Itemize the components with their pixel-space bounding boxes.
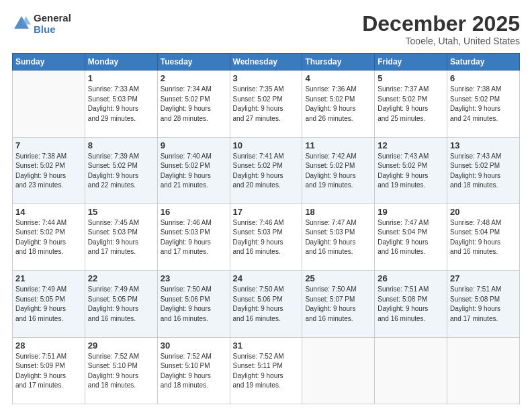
calendar-day-cell: 19Sunrise: 7:47 AMSunset: 5:04 PMDayligh… xyxy=(375,203,447,270)
day-info: Sunrise: 7:52 AMSunset: 5:10 PMDaylight:… xyxy=(161,352,227,391)
calendar-day-cell xyxy=(447,337,520,404)
day-number: 4 xyxy=(305,73,371,83)
day-info: Sunrise: 7:44 AMSunset: 5:02 PMDaylight:… xyxy=(15,218,82,257)
main-title: December 2025 xyxy=(362,12,520,36)
header: General Blue December 2025 Tooele, Utah,… xyxy=(12,12,520,46)
day-number: 13 xyxy=(450,140,517,150)
day-header-sunday: Sunday xyxy=(13,54,85,71)
calendar-day-cell: 24Sunrise: 7:50 AMSunset: 5:06 PMDayligh… xyxy=(230,271,302,337)
day-info: Sunrise: 7:38 AMSunset: 5:02 PMDaylight:… xyxy=(450,85,517,124)
day-info: Sunrise: 7:46 AMSunset: 5:03 PMDaylight:… xyxy=(161,218,227,257)
calendar-day-cell: 23Sunrise: 7:50 AMSunset: 5:06 PMDayligh… xyxy=(157,271,230,337)
day-number: 23 xyxy=(161,273,227,283)
calendar-day-cell: 22Sunrise: 7:49 AMSunset: 5:05 PMDayligh… xyxy=(85,271,157,337)
calendar-day-cell: 20Sunrise: 7:48 AMSunset: 5:04 PMDayligh… xyxy=(447,203,520,270)
day-number: 2 xyxy=(161,73,227,83)
day-info: Sunrise: 7:49 AMSunset: 5:05 PMDaylight:… xyxy=(88,285,154,324)
day-number: 20 xyxy=(450,207,517,217)
day-number: 28 xyxy=(15,340,82,351)
day-number: 19 xyxy=(378,207,444,217)
page: General Blue December 2025 Tooele, Utah,… xyxy=(0,0,532,411)
day-number: 15 xyxy=(88,207,154,217)
day-number: 30 xyxy=(161,340,227,351)
logo-icon xyxy=(12,14,31,33)
day-info: Sunrise: 7:45 AMSunset: 5:03 PMDaylight:… xyxy=(88,218,154,257)
calendar-day-cell: 18Sunrise: 7:47 AMSunset: 5:03 PMDayligh… xyxy=(302,203,375,270)
calendar-week-row: 1Sunrise: 7:33 AMSunset: 5:03 PMDaylight… xyxy=(13,71,520,137)
day-info: Sunrise: 7:42 AMSunset: 5:02 PMDaylight:… xyxy=(305,152,371,191)
calendar-week-row: 7Sunrise: 7:38 AMSunset: 5:02 PMDaylight… xyxy=(13,137,520,203)
calendar-day-cell: 4Sunrise: 7:36 AMSunset: 5:02 PMDaylight… xyxy=(302,71,375,137)
calendar-day-cell: 11Sunrise: 7:42 AMSunset: 5:02 PMDayligh… xyxy=(302,137,375,203)
day-header-friday: Friday xyxy=(375,54,447,71)
day-number: 5 xyxy=(378,73,444,83)
day-number: 25 xyxy=(305,273,371,283)
day-number: 3 xyxy=(233,73,300,83)
calendar-day-cell: 5Sunrise: 7:37 AMSunset: 5:02 PMDaylight… xyxy=(375,71,447,137)
calendar-week-row: 14Sunrise: 7:44 AMSunset: 5:02 PMDayligh… xyxy=(13,203,520,270)
day-info: Sunrise: 7:50 AMSunset: 5:07 PMDaylight:… xyxy=(305,285,371,324)
day-info: Sunrise: 7:51 AMSunset: 5:08 PMDaylight:… xyxy=(450,285,517,324)
day-number: 16 xyxy=(161,207,227,217)
day-header-monday: Monday xyxy=(85,54,157,71)
calendar-day-cell: 15Sunrise: 7:45 AMSunset: 5:03 PMDayligh… xyxy=(85,203,157,270)
day-number: 17 xyxy=(233,207,300,217)
calendar-day-cell xyxy=(375,337,447,404)
day-number: 6 xyxy=(450,73,517,83)
calendar-day-cell: 2Sunrise: 7:34 AMSunset: 5:02 PMDaylight… xyxy=(157,71,230,137)
day-number: 21 xyxy=(15,273,82,283)
day-number: 1 xyxy=(88,73,154,83)
subtitle: Tooele, Utah, United States xyxy=(362,36,520,46)
day-header-tuesday: Tuesday xyxy=(157,54,230,71)
day-number: 31 xyxy=(233,340,300,351)
day-number: 27 xyxy=(450,273,517,283)
day-info: Sunrise: 7:36 AMSunset: 5:02 PMDaylight:… xyxy=(305,85,371,124)
calendar-day-cell: 7Sunrise: 7:38 AMSunset: 5:02 PMDaylight… xyxy=(13,137,85,203)
day-info: Sunrise: 7:51 AMSunset: 5:08 PMDaylight:… xyxy=(378,285,444,324)
day-info: Sunrise: 7:52 AMSunset: 5:10 PMDaylight:… xyxy=(88,352,154,391)
calendar-table: SundayMondayTuesdayWednesdayThursdayFrid… xyxy=(12,53,520,404)
day-info: Sunrise: 7:50 AMSunset: 5:06 PMDaylight:… xyxy=(161,285,227,324)
calendar-day-cell: 1Sunrise: 7:33 AMSunset: 5:03 PMDaylight… xyxy=(85,71,157,137)
day-info: Sunrise: 7:34 AMSunset: 5:02 PMDaylight:… xyxy=(161,85,227,124)
calendar-day-cell: 12Sunrise: 7:43 AMSunset: 5:02 PMDayligh… xyxy=(375,137,447,203)
day-info: Sunrise: 7:46 AMSunset: 5:03 PMDaylight:… xyxy=(233,218,300,257)
day-info: Sunrise: 7:49 AMSunset: 5:05 PMDaylight:… xyxy=(15,285,82,324)
day-info: Sunrise: 7:51 AMSunset: 5:09 PMDaylight:… xyxy=(15,352,82,391)
day-number: 9 xyxy=(161,140,227,150)
day-info: Sunrise: 7:43 AMSunset: 5:02 PMDaylight:… xyxy=(378,152,444,191)
calendar-day-cell xyxy=(13,71,85,137)
day-info: Sunrise: 7:43 AMSunset: 5:02 PMDaylight:… xyxy=(450,152,517,191)
day-info: Sunrise: 7:48 AMSunset: 5:04 PMDaylight:… xyxy=(450,218,517,257)
day-number: 29 xyxy=(88,340,154,351)
calendar-day-cell: 10Sunrise: 7:41 AMSunset: 5:02 PMDayligh… xyxy=(230,137,302,203)
calendar-day-cell: 31Sunrise: 7:52 AMSunset: 5:11 PMDayligh… xyxy=(230,337,302,404)
calendar-day-cell: 6Sunrise: 7:38 AMSunset: 5:02 PMDaylight… xyxy=(447,71,520,137)
calendar-day-cell xyxy=(302,337,375,404)
day-header-wednesday: Wednesday xyxy=(230,54,302,71)
calendar-day-cell: 17Sunrise: 7:46 AMSunset: 5:03 PMDayligh… xyxy=(230,203,302,270)
day-info: Sunrise: 7:50 AMSunset: 5:06 PMDaylight:… xyxy=(233,285,300,324)
day-info: Sunrise: 7:40 AMSunset: 5:02 PMDaylight:… xyxy=(161,152,227,191)
calendar-day-cell: 25Sunrise: 7:50 AMSunset: 5:07 PMDayligh… xyxy=(302,271,375,337)
day-info: Sunrise: 7:35 AMSunset: 5:02 PMDaylight:… xyxy=(233,85,300,124)
calendar-day-cell: 3Sunrise: 7:35 AMSunset: 5:02 PMDaylight… xyxy=(230,71,302,137)
day-number: 18 xyxy=(305,207,371,217)
day-number: 8 xyxy=(88,140,154,150)
calendar-day-cell: 13Sunrise: 7:43 AMSunset: 5:02 PMDayligh… xyxy=(447,137,520,203)
calendar-week-row: 28Sunrise: 7:51 AMSunset: 5:09 PMDayligh… xyxy=(13,337,520,404)
day-info: Sunrise: 7:52 AMSunset: 5:11 PMDaylight:… xyxy=(233,352,300,391)
day-number: 10 xyxy=(233,140,300,150)
calendar-day-cell: 14Sunrise: 7:44 AMSunset: 5:02 PMDayligh… xyxy=(13,203,85,270)
calendar-day-cell: 28Sunrise: 7:51 AMSunset: 5:09 PMDayligh… xyxy=(13,337,85,404)
day-info: Sunrise: 7:33 AMSunset: 5:03 PMDaylight:… xyxy=(88,85,154,124)
day-info: Sunrise: 7:47 AMSunset: 5:03 PMDaylight:… xyxy=(305,218,371,257)
logo-text: General Blue xyxy=(34,12,71,36)
day-number: 14 xyxy=(15,207,82,217)
day-info: Sunrise: 7:39 AMSunset: 5:02 PMDaylight:… xyxy=(88,152,154,191)
title-block: December 2025 Tooele, Utah, United State… xyxy=(362,12,520,46)
calendar-day-cell: 21Sunrise: 7:49 AMSunset: 5:05 PMDayligh… xyxy=(13,271,85,337)
calendar-day-cell: 9Sunrise: 7:40 AMSunset: 5:02 PMDaylight… xyxy=(157,137,230,203)
day-info: Sunrise: 7:37 AMSunset: 5:02 PMDaylight:… xyxy=(378,85,444,124)
day-number: 11 xyxy=(305,140,371,150)
